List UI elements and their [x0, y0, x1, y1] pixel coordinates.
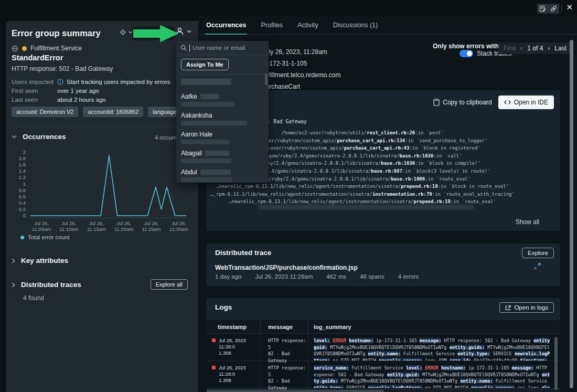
show-all-frames-link[interactable]: Show all [516, 218, 539, 226]
assign-to-me-button[interactable]: Assign To Me [181, 59, 229, 70]
svg-text:1.4: 1.4 [19, 168, 26, 174]
close-drawer-button[interactable]: ✕ [566, 3, 573, 12]
users-impacted-label: Users impacted [12, 79, 57, 85]
external-link-icon [505, 305, 511, 311]
copy-link-button[interactable] [548, 4, 559, 14]
svg-text:0.8: 0.8 [19, 187, 26, 193]
chart-legend[interactable]: Total error count [20, 234, 69, 240]
redacted-user-entry[interactable] [181, 79, 231, 85]
distributed-trace-title: Distributed trace [215, 249, 271, 257]
tab-discussions-1-[interactable]: Discussions (1) [332, 22, 379, 34]
info-icon [57, 79, 63, 85]
logs-vertical-scrollbar[interactable] [554, 337, 558, 390]
attribute-value: fulfillment.telco.nrdemo.com [262, 69, 340, 81]
pagination-first[interactable]: First [504, 45, 516, 52]
occurrences-section-header[interactable]: Occurrences [12, 133, 66, 141]
user-search-placeholder: User name or email [193, 45, 245, 51]
user-list-item[interactable]: Abagail [181, 150, 264, 163]
topbar-divider [561, 5, 562, 12]
redacted-email [181, 177, 232, 182]
redacted-text [205, 151, 229, 156]
attribute-value: July 26, 2023, 11:28am [262, 46, 340, 58]
user-name: Abdul [181, 168, 197, 176]
redacted-email [181, 158, 231, 163]
divider [12, 274, 191, 274]
trace-meta-item: 1 day ago [215, 273, 242, 280]
column-header[interactable]: timestamp [207, 320, 261, 333]
pagination-last[interactable]: Last [554, 45, 567, 52]
column-header[interactable]: message [261, 320, 308, 333]
pagination-prev[interactable]: ‹ [520, 45, 522, 52]
trace-meta-item: 46 spans [360, 273, 384, 280]
close-icon: ✕ [566, 3, 573, 12]
occurrences-chart: 21.81.61.41.210.80.60.40.20Jul 26,11:05a… [6, 146, 198, 235]
pagination-next[interactable]: › [548, 45, 550, 52]
error-group-summary-card: Error group summary Fulfillment Service … [6, 21, 198, 392]
legend-dot-icon [20, 236, 24, 239]
feedback-notes-button[interactable] [537, 4, 548, 14]
trace-transaction-name[interactable]: WebTransaction/JSP/purchase/confirmation… [215, 264, 358, 271]
log-row[interactable]: Jul 26, 2023 11:28:01.308HTTP response: … [207, 361, 560, 388]
logs-horizontal-scrollbar[interactable] [207, 390, 384, 392]
users-impacted-value[interactable]: Start tracking users impacted by errors [67, 79, 170, 85]
key-attributes-section-header[interactable]: Key attributes [12, 257, 68, 264]
log-timestamp: Jul 26, 2023 11:28:01.308 [219, 337, 260, 361]
redacted-stack-frame [259, 205, 474, 209]
status-diamond-icon [120, 29, 126, 36]
open-in-ide-button[interactable]: Open in IDE [498, 96, 554, 109]
tab-activity[interactable]: Activity [296, 22, 319, 34]
health-status-dot [22, 46, 27, 51]
redacted-text [200, 169, 231, 175]
explore-all-button[interactable]: Explore all [151, 279, 188, 290]
user-search-input[interactable]: User name or email [176, 41, 269, 55]
user-list-item[interactable]: Aafke [181, 93, 264, 107]
user-list-item[interactable]: Aakanksha [181, 112, 264, 125]
dropdown-scrollbar[interactable] [265, 73, 268, 85]
svg-text:Jul 26,: Jul 26, [89, 220, 104, 226]
svg-text:1: 1 [23, 181, 26, 187]
logs-title: Logs [215, 303, 232, 311]
chevron-down-icon [12, 135, 17, 139]
log-summary: service_name: Fulfillment Service level:… [308, 361, 560, 388]
panel-scrollbar[interactable] [570, 40, 573, 388]
user-list-item[interactable]: Abdul [181, 168, 264, 182]
open-in-logs-label: Open in logs [514, 304, 548, 311]
occurrence-attributes: July 26, 2023, 11:28amip-172-31-1-105ful… [262, 46, 340, 92]
key-attributes-title: Key attributes [21, 257, 68, 264]
only-show-errors-label: Only show errors with: [401, 43, 501, 50]
copy-to-clipboard-button[interactable]: Copy to clipboard [433, 99, 491, 106]
svg-text:1.8: 1.8 [19, 155, 26, 161]
log-summary: level: ERROR hostname: ip-172-31-1-105 m… [308, 334, 560, 361]
svg-text:0.6: 0.6 [19, 194, 26, 199]
tags: account: Demotron V2accountId: 1606862la… [12, 107, 196, 117]
user-list: AafkeAakankshaAaron HaleAbagailAbdulAbhi [176, 74, 269, 183]
pagination-page-indicator: 1 of 4 [527, 45, 543, 52]
chevron-down-icon [187, 30, 191, 33]
explore-trace-button[interactable]: Explore [522, 248, 554, 258]
svg-text:Jul 26,: Jul 26, [172, 220, 186, 226]
svg-text:11:05am: 11:05am [32, 226, 51, 232]
user-list-item[interactable]: Aaron Hale [181, 131, 264, 144]
stack-traces-toggle[interactable] [460, 50, 473, 57]
redacted-email [181, 140, 229, 144]
search-icon [180, 45, 187, 51]
entity-row[interactable]: Fulfillment Service [12, 45, 82, 52]
trace-meta-item: 462 ms [326, 273, 346, 280]
redacted-email [181, 102, 234, 107]
tab-profiles[interactable]: Profiles [260, 22, 284, 34]
tab-occurrences[interactable]: Occurrences [205, 22, 247, 34]
first-seen-value: over 1 year ago [57, 88, 99, 94]
distributed-traces-title: Distributed traces [21, 281, 81, 289]
expand-trace-icon[interactable] [534, 262, 541, 270]
error-class: StandardError [12, 54, 63, 62]
page-title: Error group summary [12, 28, 101, 38]
column-header[interactable]: log_summary [308, 320, 560, 333]
stack-frame[interactable]: …_rpm-8.13.1/lib/new_relic/agent/instrum… [207, 190, 518, 198]
log-timestamp: Jul 26, 2023 11:28:01.308 [219, 365, 260, 388]
log-row[interactable]: Jul 26, 2023 11:28:01.308HTTP response: … [207, 334, 560, 361]
open-in-logs-button[interactable]: Open in logs [499, 302, 554, 313]
stack-frame[interactable]: …newrelic_rpm-8.13.1/lib/new_relic/agent… [207, 183, 518, 190]
distributed-traces-section-header[interactable]: Distributed traces [12, 281, 81, 289]
last-seen-label: Last seen [12, 97, 57, 103]
error-status-dropdown[interactable] [120, 29, 133, 36]
